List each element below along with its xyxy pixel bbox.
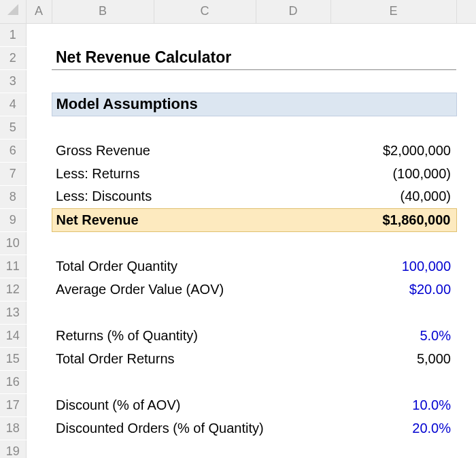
row-3: 3 <box>0 69 476 93</box>
col-header-B[interactable]: B <box>52 0 154 23</box>
row-15: 15 Total Order Returns 5,000 <box>0 347 476 370</box>
discount-pct-value[interactable]: 10.0% <box>330 393 456 416</box>
row-header-13[interactable]: 13 <box>0 301 26 324</box>
col-header-E[interactable]: E <box>330 0 456 23</box>
row-2: 2 Net Revenue Calculator <box>0 46 476 69</box>
corner-cell[interactable] <box>0 0 26 23</box>
row-17: 17 Discount (% of AOV) 10.0% <box>0 393 476 416</box>
row-header-7[interactable]: 7 <box>0 162 26 185</box>
column-header-row: A B C D E <box>0 0 476 23</box>
row-4: 4 Model Assumptions <box>0 93 476 116</box>
returns-pct-value[interactable]: 5.0% <box>330 324 456 347</box>
row-header-9[interactable]: 9 <box>0 208 26 231</box>
row-11: 11 Total Order Quantity 100,000 <box>0 255 476 278</box>
returns-pct-label[interactable]: Returns (% of Quantity) <box>52 324 330 347</box>
row-header-19[interactable]: 19 <box>0 440 26 458</box>
row-header-6[interactable]: 6 <box>0 139 26 162</box>
aov-value[interactable]: $20.00 <box>330 278 456 301</box>
row-9: 9 Net Revenue $1,860,000 <box>0 208 476 231</box>
col-header-next[interactable] <box>456 0 476 23</box>
discounted-orders-pct-value[interactable]: 20.0% <box>330 416 456 440</box>
less-returns-label[interactable]: Less: Returns <box>52 162 256 185</box>
svg-marker-0 <box>7 4 18 15</box>
section-header[interactable]: Model Assumptions <box>52 93 456 116</box>
row-header-16[interactable]: 16 <box>0 370 26 393</box>
row-header-17[interactable]: 17 <box>0 393 26 416</box>
title-cell[interactable]: Net Revenue Calculator <box>52 46 456 69</box>
total-order-qty-value[interactable]: 100,000 <box>330 255 456 278</box>
row-header-2[interactable]: 2 <box>0 46 26 69</box>
discounted-orders-pct-label[interactable]: Discounted Orders (% of Quantity) <box>52 416 330 440</box>
row-10: 10 <box>0 231 476 255</box>
row-19: 19 <box>0 440 476 458</box>
row-header-14[interactable]: 14 <box>0 324 26 347</box>
gross-revenue-value[interactable]: $2,000,000 <box>330 139 456 162</box>
col-header-C[interactable]: C <box>154 0 256 23</box>
row-12: 12 Average Order Value (AOV) $20.00 <box>0 278 476 301</box>
row-1: 1 <box>0 23 476 46</box>
total-order-returns-value[interactable]: 5,000 <box>330 347 456 370</box>
less-discounts-label[interactable]: Less: Discounts <box>52 185 256 208</box>
less-returns-value[interactable]: (100,000) <box>330 162 456 185</box>
row-header-3[interactable]: 3 <box>0 69 26 93</box>
col-header-D[interactable]: D <box>256 0 330 23</box>
total-order-qty-label[interactable]: Total Order Quantity <box>52 255 330 278</box>
discount-pct-label[interactable]: Discount (% of AOV) <box>52 393 330 416</box>
row-8: 8 Less: Discounts (40,000) <box>0 185 476 208</box>
row-header-11[interactable]: 11 <box>0 255 26 278</box>
row-header-5[interactable]: 5 <box>0 116 26 139</box>
row-header-8[interactable]: 8 <box>0 185 26 208</box>
row-16: 16 <box>0 370 476 393</box>
row-header-18[interactable]: 18 <box>0 416 26 440</box>
row-18: 18 Discounted Orders (% of Quantity) 20.… <box>0 416 476 440</box>
row-7: 7 Less: Returns (100,000) <box>0 162 476 185</box>
net-revenue-value[interactable]: $1,860,000 <box>330 208 456 231</box>
row-13: 13 <box>0 301 476 324</box>
spreadsheet-grid[interactable]: A B C D E 1 2 Net Revenue Calculator 3 4… <box>0 0 476 458</box>
aov-label[interactable]: Average Order Value (AOV) <box>52 278 330 301</box>
gross-revenue-label[interactable]: Gross Revenue <box>52 139 256 162</box>
row-header-4[interactable]: 4 <box>0 93 26 116</box>
net-revenue-label[interactable]: Net Revenue <box>52 208 256 231</box>
less-discounts-value[interactable]: (40,000) <box>330 185 456 208</box>
row-header-15[interactable]: 15 <box>0 347 26 370</box>
row-header-12[interactable]: 12 <box>0 278 26 301</box>
row-14: 14 Returns (% of Quantity) 5.0% <box>0 324 476 347</box>
row-6: 6 Gross Revenue $2,000,000 <box>0 139 476 162</box>
row-5: 5 <box>0 116 476 139</box>
total-order-returns-label[interactable]: Total Order Returns <box>52 347 330 370</box>
row-header-10[interactable]: 10 <box>0 231 26 255</box>
row-header-1[interactable]: 1 <box>0 23 26 46</box>
col-header-A[interactable]: A <box>26 0 52 23</box>
